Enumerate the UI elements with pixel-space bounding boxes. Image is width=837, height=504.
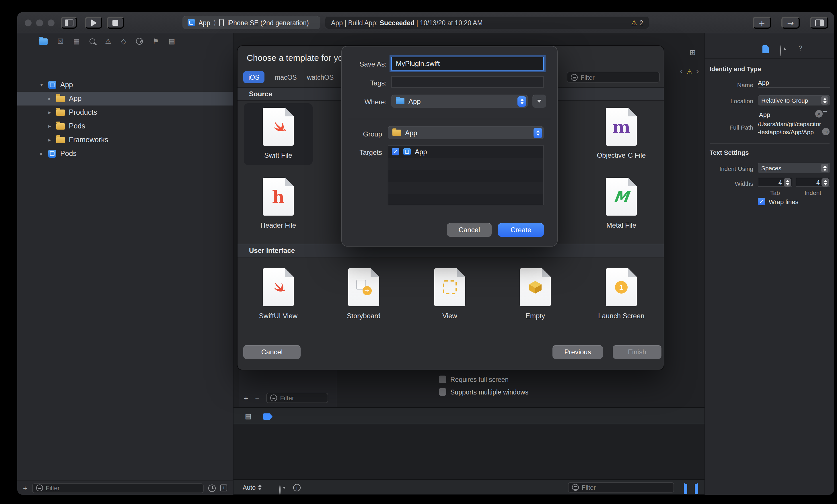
supports-multiple-windows-checkbox[interactable] (439, 388, 446, 396)
metal-file-icon: M (606, 178, 637, 216)
run-button[interactable] (85, 17, 102, 29)
template-objc-file[interactable]: m Objective-C File (587, 103, 656, 165)
stepper-icon (517, 96, 526, 106)
requires-fullscreen-checkbox[interactable] (439, 376, 446, 383)
disclosure-closed-icon[interactable]: ▸ (39, 151, 44, 157)
tags-field[interactable] (391, 76, 544, 88)
code-review-button[interactable]: → (781, 17, 800, 29)
test-navigator-icon[interactable]: ◇ (121, 37, 126, 45)
dialog-cancel-button[interactable]: Cancel (447, 223, 492, 237)
debug-console-area (233, 424, 705, 479)
disclosure-closed-icon[interactable]: ▸ (47, 137, 52, 143)
source-control-navigator-icon[interactable]: ☒ (57, 37, 64, 45)
breakpoint-arrow-icon[interactable] (263, 413, 272, 420)
disclosure-closed-icon[interactable]: ▸ (47, 123, 52, 129)
back-button[interactable]: ‹ (680, 67, 683, 76)
panel-right-icon (815, 19, 823, 26)
indent-width-field[interactable]: 4 (796, 178, 830, 187)
remove-row-button[interactable]: − (255, 394, 259, 402)
save-as-field[interactable]: MyPlugin.swift (391, 57, 544, 71)
variables-view-toggle-icon[interactable] (684, 483, 685, 494)
sheet-cancel-button[interactable]: Cancel (243, 345, 301, 359)
disclosure-open-icon[interactable]: ▾ (39, 82, 44, 88)
issue-icon[interactable]: ⚠ (687, 68, 692, 76)
expand-dialog-button[interactable] (532, 95, 546, 108)
editor-options-icon[interactable]: ⊞ (690, 48, 696, 57)
find-navigator-icon[interactable] (89, 38, 95, 44)
auto-label: Auto (243, 484, 255, 491)
name-field[interactable]: App (758, 79, 830, 88)
wrap-lines-checkbox[interactable]: ✓ (758, 198, 765, 205)
info-icon[interactable]: i (293, 484, 301, 491)
source-control-status-icon[interactable]: + (220, 485, 227, 491)
quick-look-icon[interactable] (279, 485, 281, 495)
template-header-file[interactable]: h Header File (244, 173, 313, 235)
navigator-filter-field[interactable]: Filter (32, 483, 204, 493)
stop-button[interactable] (107, 17, 124, 29)
template-view[interactable]: View (415, 264, 484, 326)
add-file-button[interactable]: + (23, 484, 27, 492)
warning-badge[interactable]: ⚠ 2 (631, 19, 643, 27)
template-filter-field[interactable]: Filter (567, 72, 660, 83)
console-filter-field[interactable]: Filter (568, 482, 674, 492)
template-swift-file[interactable]: Swift File (244, 103, 313, 165)
indent-using-popup[interactable]: Spaces (758, 163, 830, 173)
disclosure-closed-icon[interactable]: ▸ (47, 96, 52, 102)
tab-macos[interactable]: macOS (270, 71, 302, 83)
breakpoint-navigator-icon[interactable]: ⚑ (153, 37, 159, 45)
minimize-window-button[interactable] (36, 19, 43, 26)
group-popup[interactable]: App (388, 126, 544, 139)
toggle-navigator-button[interactable] (61, 17, 77, 29)
recent-files-icon[interactable] (208, 484, 216, 492)
list-view-icon[interactable]: ▤ (245, 412, 252, 420)
tab-ios[interactable]: iOS (243, 71, 265, 83)
editor-filter-field[interactable]: Filter (266, 393, 328, 403)
project-navigator-icon[interactable] (39, 38, 48, 44)
where-popup[interactable]: App (391, 95, 528, 108)
template-storyboard[interactable]: → Storyboard (329, 264, 398, 326)
tab-width-field[interactable]: 4 (758, 178, 792, 187)
tree-row-products[interactable]: ▸ Products (17, 106, 233, 119)
tree-row-pods-group[interactable]: ▸ Pods (17, 119, 233, 133)
auto-dropdown[interactable]: Auto (243, 484, 261, 491)
sheet-finish-button[interactable]: Finish (613, 345, 661, 359)
sheet-previous-button[interactable]: Previous (552, 345, 603, 359)
reveal-path-icon[interactable]: → (822, 128, 830, 135)
tree-row-frameworks[interactable]: ▸ Frameworks (17, 133, 233, 147)
zoom-window-button[interactable] (48, 19, 54, 26)
target-row-app[interactable]: ✓ App (388, 146, 543, 158)
location-popup[interactable]: Relative to Group (758, 95, 830, 106)
target-checkbox[interactable]: ✓ (392, 148, 399, 156)
name-label: Name (705, 82, 753, 88)
library-button[interactable]: + (753, 17, 771, 29)
file-inspector-icon[interactable] (762, 45, 769, 53)
scheme-selector[interactable]: App ⟩ iPhone SE (2nd generation) (182, 16, 320, 29)
tree-row-pods-project[interactable]: ▸ Pods (17, 147, 233, 161)
symbol-navigator-icon[interactable]: ▦ (73, 37, 80, 45)
issue-navigator-icon[interactable]: ⚠ (105, 37, 111, 45)
template-launch-screen[interactable]: 1 Launch Screen (587, 264, 656, 326)
template-swiftui-view[interactable]: SwiftUI View (244, 264, 313, 326)
tab-watchos[interactable]: watchOS (302, 71, 339, 83)
add-row-button[interactable]: + (244, 394, 248, 402)
inspector-toggle-button[interactable] (810, 17, 829, 29)
targets-table: ✓ App (388, 145, 544, 205)
dialog-create-button[interactable]: Create (498, 223, 544, 237)
template-label: Empty (526, 312, 545, 320)
close-window-button[interactable] (25, 19, 32, 26)
template-metal-file[interactable]: M Metal File (587, 173, 656, 235)
desktop: App ⟩ iPhone SE (2nd generation) App | B… (0, 0, 837, 504)
target-name: App (415, 148, 427, 156)
tree-row-app-group[interactable]: ▸ App (17, 92, 233, 106)
debug-navigator-icon[interactable] (136, 38, 143, 45)
disclosure-closed-icon[interactable]: ▸ (47, 109, 52, 115)
tree-row-app-project[interactable]: ▾ App (17, 78, 233, 92)
forward-button[interactable]: › (696, 67, 699, 76)
report-navigator-icon[interactable]: ▤ (169, 37, 175, 45)
help-inspector-icon[interactable]: ? (799, 44, 802, 52)
console-view-toggle-icon[interactable] (697, 483, 698, 494)
clear-location-icon[interactable]: × (815, 110, 823, 118)
template-empty[interactable]: Empty (501, 264, 570, 326)
history-inspector-icon[interactable] (780, 45, 781, 56)
template-label: Objective-C File (597, 151, 646, 159)
